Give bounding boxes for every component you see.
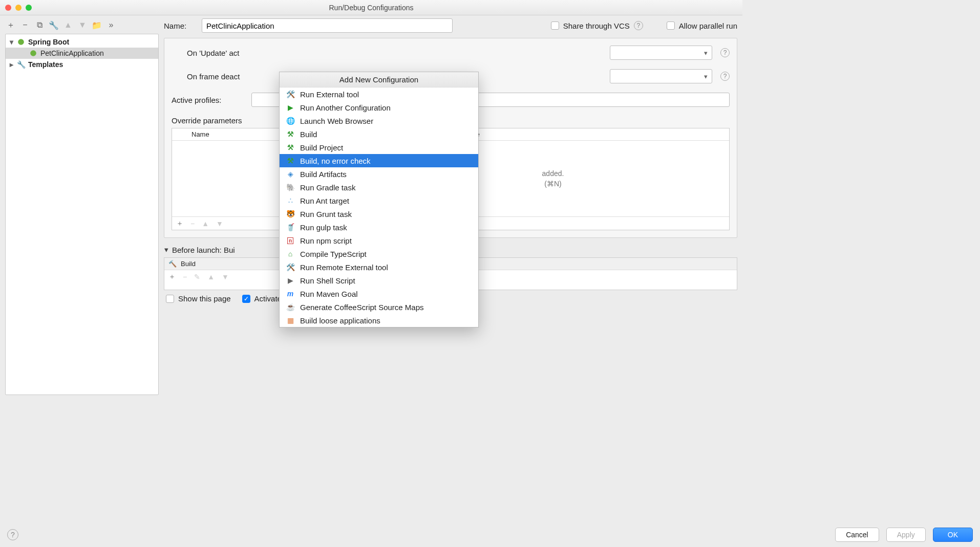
popup-title: Add New Configuration bbox=[280, 72, 478, 87]
popup-item-label: Build Artifacts bbox=[300, 170, 347, 179]
spring-boot-icon bbox=[29, 49, 37, 57]
popup-item[interactable]: 🛠️Run Remote External tool bbox=[280, 260, 478, 274]
popup-item[interactable]: ◈Build Artifacts bbox=[280, 167, 478, 181]
chevron-down-icon: ▾ bbox=[9, 38, 14, 46]
remove-icon[interactable]: − bbox=[183, 273, 187, 281]
chevron-down-icon: ▾ bbox=[704, 73, 708, 80]
popup-item[interactable]: ∴Run Ant target bbox=[280, 194, 478, 207]
down-icon[interactable]: ▼ bbox=[78, 20, 87, 30]
wrench-cross-icon: 🛠️ bbox=[286, 262, 295, 272]
down-icon[interactable]: ▼ bbox=[216, 220, 223, 228]
popup-item[interactable]: 🥤Run gulp task bbox=[280, 221, 478, 234]
popup-item-label: Build, no error check bbox=[300, 157, 371, 165]
help-icon[interactable]: ? bbox=[720, 48, 730, 57]
chevron-down-icon: ▾ bbox=[164, 245, 169, 254]
config-tree: ▾ Spring Boot PetClinicApplication ▸ 🔧 T… bbox=[5, 34, 159, 395]
hammer-green-icon: ⚒ bbox=[286, 143, 295, 152]
popup-item[interactable]: ⌂Compile TypeScript bbox=[280, 247, 478, 260]
popup-item-label: Compile TypeScript bbox=[300, 250, 367, 258]
coffee-icon: ☕ bbox=[286, 302, 295, 312]
add-icon[interactable]: ＋ bbox=[168, 272, 176, 281]
wrench-icon[interactable]: 🔧 bbox=[49, 20, 58, 30]
titlebar: Run/Debug Configurations bbox=[0, 0, 742, 15]
more-icon[interactable]: » bbox=[106, 20, 116, 30]
add-config-popup: Add New Configuration 🛠️Run External too… bbox=[279, 72, 479, 327]
popup-item-label: Run gulp task bbox=[300, 223, 347, 232]
chevron-down-icon: ▾ bbox=[704, 49, 708, 57]
tree-spring-boot[interactable]: ▾ Spring Boot bbox=[6, 36, 158, 48]
add-icon[interactable]: ＋ bbox=[176, 219, 183, 228]
popup-item[interactable]: ▶Run Another Configuration bbox=[280, 101, 478, 114]
spring-boot-icon bbox=[17, 38, 25, 46]
remove-icon[interactable]: − bbox=[20, 20, 30, 30]
down-icon[interactable]: ▼ bbox=[222, 273, 229, 281]
activate-tool-checkbox[interactable]: ✓ bbox=[242, 295, 250, 303]
popup-item-label: Run Remote External tool bbox=[300, 263, 388, 272]
popup-item[interactable]: ▶Run Shell Script bbox=[280, 274, 478, 287]
show-page-label: Show this page bbox=[178, 294, 231, 303]
popup-item-label: Build loose applications bbox=[300, 316, 380, 325]
add-icon[interactable]: ＋ bbox=[6, 20, 15, 30]
popup-item[interactable]: 🐘Run Gradle task bbox=[280, 181, 478, 194]
on-update-select[interactable]: ▾ bbox=[610, 46, 712, 60]
allow-parallel-checkbox[interactable] bbox=[667, 21, 675, 30]
on-update-label: On 'Update' act bbox=[187, 49, 239, 57]
name-input[interactable] bbox=[202, 18, 453, 33]
name-label: Name: bbox=[164, 21, 195, 30]
popup-item-label: Build Project bbox=[300, 143, 343, 152]
up-icon[interactable]: ▲ bbox=[202, 220, 209, 228]
popup-item[interactable]: ▦Build loose applications bbox=[280, 314, 478, 327]
tree-label: Templates bbox=[28, 60, 63, 69]
tree-petclinic[interactable]: PetClinicApplication bbox=[6, 48, 158, 59]
tiger-icon: 🐯 bbox=[286, 209, 295, 218]
popup-item-label: Run External tool bbox=[300, 90, 359, 99]
diamond-blue-icon: ◈ bbox=[286, 169, 295, 179]
globe-icon: 🌐 bbox=[286, 116, 295, 125]
popup-item[interactable]: mRun Maven Goal bbox=[280, 287, 478, 300]
app-icon: ▦ bbox=[286, 316, 295, 325]
sidebar-toolbar: ＋ − ⧉ 🔧 ▲ ▼ 📁 » bbox=[5, 18, 159, 34]
popup-item[interactable]: ⚒Build Project bbox=[280, 141, 478, 154]
up-icon[interactable]: ▲ bbox=[207, 273, 215, 281]
on-frame-label: On frame deact bbox=[187, 72, 240, 81]
wrench-cross-icon: 🛠️ bbox=[286, 90, 295, 99]
popup-item[interactable]: 🛠️Run External tool bbox=[280, 87, 478, 101]
shell-icon: ▶ bbox=[286, 276, 295, 285]
elephant-icon: 🐘 bbox=[286, 183, 295, 192]
folder-icon[interactable]: 📁 bbox=[92, 20, 101, 30]
wrench-icon: 🔧 bbox=[17, 60, 25, 69]
value-col: Value bbox=[458, 130, 730, 138]
remove-icon[interactable]: − bbox=[190, 220, 195, 228]
edit-icon[interactable]: ✎ bbox=[194, 273, 200, 281]
hammer-icon: 🔨 bbox=[168, 260, 177, 268]
popup-item-label: Launch Web Browser bbox=[300, 117, 373, 125]
on-frame-select[interactable]: ▾ bbox=[610, 69, 712, 83]
popup-item-label: Run Shell Script bbox=[300, 276, 355, 285]
chevron-right-icon: ▸ bbox=[9, 60, 14, 69]
popup-item[interactable]: ☕Generate CoffeeScript Source Maps bbox=[280, 300, 478, 314]
play-green-icon: ▶ bbox=[286, 103, 295, 112]
window-title: Run/Debug Configurations bbox=[0, 4, 742, 12]
gulp-icon: 🥤 bbox=[286, 223, 295, 232]
popup-item-label: Run Another Configuration bbox=[300, 103, 391, 112]
popup-item-label: Run Grunt task bbox=[300, 210, 352, 218]
popup-item[interactable]: ⚒Build, no error check bbox=[280, 154, 478, 167]
tree-templates[interactable]: ▸ 🔧 Templates bbox=[6, 59, 158, 70]
popup-item[interactable]: ⚒Build bbox=[280, 127, 478, 141]
tree-label: Spring Boot bbox=[28, 38, 69, 46]
popup-item[interactable]: 🐯Run Grunt task bbox=[280, 207, 478, 221]
up-icon[interactable]: ▲ bbox=[63, 20, 73, 30]
share-vcs-checkbox[interactable] bbox=[551, 21, 559, 30]
tree-label: PetClinicApplication bbox=[40, 49, 104, 57]
show-page-checkbox[interactable] bbox=[166, 295, 174, 303]
active-profiles-label: Active profiles: bbox=[172, 96, 243, 104]
hammer-green-icon: ⚒ bbox=[286, 129, 295, 139]
help-icon[interactable]: ? bbox=[634, 21, 643, 30]
popup-item-label: Run Ant target bbox=[300, 196, 349, 205]
ts-icon: ⌂ bbox=[286, 249, 295, 258]
help-icon[interactable]: ? bbox=[720, 72, 730, 81]
allow-parallel-label: Allow parallel run bbox=[679, 21, 737, 30]
popup-item[interactable]: 🌐Launch Web Browser bbox=[280, 114, 478, 127]
copy-icon[interactable]: ⧉ bbox=[35, 20, 44, 30]
popup-item[interactable]: nRun npm script bbox=[280, 234, 478, 247]
